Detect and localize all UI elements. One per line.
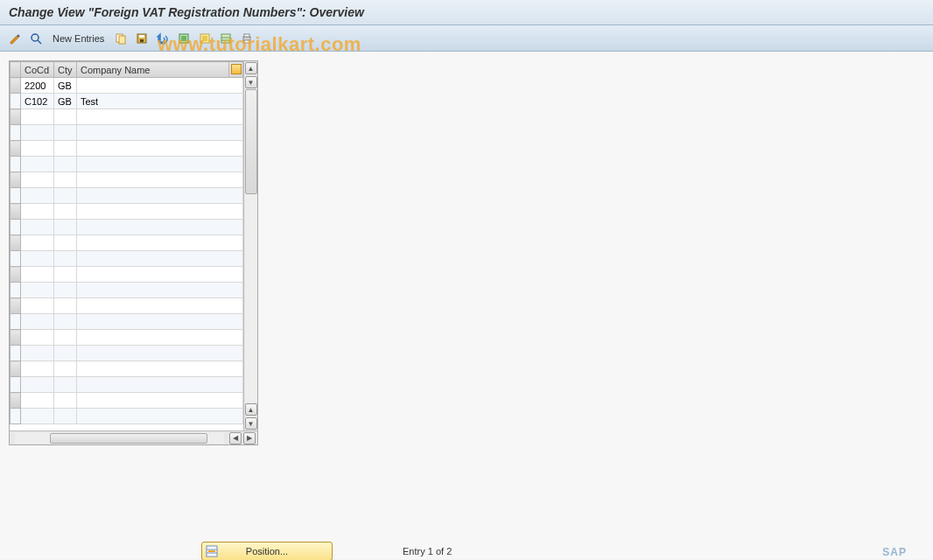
- table-row[interactable]: [11, 141, 243, 157]
- table-row[interactable]: 2200GB: [11, 78, 243, 94]
- row-selector[interactable]: [11, 361, 21, 377]
- col-header-company-name[interactable]: Company Name: [77, 62, 229, 78]
- vertical-scrollbar[interactable]: ▲ ▼ ▲ ▼: [243, 61, 257, 430]
- cell-cocd[interactable]: [21, 361, 54, 377]
- col-header-cocd[interactable]: CoCd: [21, 62, 54, 78]
- table-row[interactable]: [11, 188, 243, 204]
- change-icon[interactable]: [7, 31, 23, 46]
- cell-company-name[interactable]: [77, 393, 243, 409]
- cell-cocd[interactable]: [21, 409, 54, 424]
- scroll-up-icon[interactable]: ▲: [245, 62, 257, 74]
- row-selector[interactable]: [11, 94, 21, 109]
- cell-cocd[interactable]: 2200: [21, 78, 54, 94]
- cell-company-name[interactable]: [77, 235, 243, 251]
- row-selector[interactable]: [11, 220, 21, 235]
- table-settings-icon[interactable]: [218, 31, 234, 46]
- row-selector[interactable]: [11, 141, 21, 157]
- row-selector[interactable]: [11, 172, 21, 188]
- cell-cty[interactable]: [54, 361, 77, 377]
- cell-cty[interactable]: [54, 314, 77, 330]
- cell-cocd[interactable]: [21, 393, 54, 409]
- cell-cocd[interactable]: [21, 298, 54, 314]
- cell-cocd[interactable]: C102: [21, 94, 54, 109]
- cell-cty[interactable]: [54, 409, 77, 424]
- undo-icon[interactable]: [155, 31, 171, 46]
- cell-cty[interactable]: [54, 109, 77, 125]
- table-row[interactable]: [11, 346, 243, 361]
- table-row[interactable]: [11, 283, 243, 298]
- cell-cocd[interactable]: [21, 188, 54, 204]
- table-row[interactable]: [11, 409, 243, 424]
- col-header-cty[interactable]: Cty: [54, 62, 77, 78]
- cell-cty[interactable]: [54, 141, 77, 157]
- cell-cocd[interactable]: [21, 330, 54, 346]
- row-selector[interactable]: [11, 267, 21, 283]
- cell-company-name[interactable]: [77, 409, 243, 424]
- cell-cty[interactable]: [54, 235, 77, 251]
- cell-cty[interactable]: [54, 267, 77, 283]
- row-selector-header[interactable]: [11, 62, 21, 78]
- cell-cocd[interactable]: [21, 220, 54, 235]
- cell-company-name[interactable]: [77, 125, 243, 141]
- cell-cty[interactable]: [54, 377, 77, 393]
- row-selector[interactable]: [11, 283, 21, 298]
- save-icon[interactable]: [134, 31, 150, 46]
- row-selector[interactable]: [11, 109, 21, 125]
- table-row[interactable]: [11, 361, 243, 377]
- table-row[interactable]: [11, 235, 243, 251]
- cell-cocd[interactable]: [21, 267, 54, 283]
- cell-company-name[interactable]: [77, 298, 243, 314]
- cell-cty[interactable]: [54, 298, 77, 314]
- cell-company-name[interactable]: [77, 109, 243, 125]
- cell-company-name[interactable]: Test: [77, 94, 243, 109]
- scroll-track[interactable]: [245, 89, 257, 402]
- cell-cty[interactable]: [54, 283, 77, 298]
- scroll-left-icon[interactable]: ◀: [229, 432, 242, 444]
- cell-cocd[interactable]: [21, 346, 54, 361]
- cell-cocd[interactable]: [21, 109, 54, 125]
- cell-cty[interactable]: [54, 330, 77, 346]
- row-selector[interactable]: [11, 346, 21, 361]
- select-all-icon[interactable]: [176, 31, 192, 46]
- cell-cocd[interactable]: [21, 141, 54, 157]
- scroll-right-icon[interactable]: ▶: [243, 432, 256, 444]
- deselect-all-icon[interactable]: [197, 31, 213, 46]
- cell-company-name[interactable]: [77, 172, 243, 188]
- table-row[interactable]: [11, 251, 243, 267]
- cell-cty[interactable]: [54, 157, 77, 172]
- table-row[interactable]: [11, 204, 243, 220]
- cell-company-name[interactable]: [77, 314, 243, 330]
- scroll-up2-icon[interactable]: ▲: [245, 403, 257, 416]
- cell-company-name[interactable]: [77, 330, 243, 346]
- cell-company-name[interactable]: [77, 377, 243, 393]
- row-selector[interactable]: [11, 204, 21, 220]
- cell-company-name[interactable]: [77, 78, 243, 94]
- cell-cocd[interactable]: [21, 157, 54, 172]
- table-row[interactable]: [11, 109, 243, 125]
- horizontal-scrollbar[interactable]: ◀ ▶: [10, 430, 257, 444]
- table-row[interactable]: [11, 314, 243, 330]
- cell-cty[interactable]: [54, 220, 77, 235]
- cell-company-name[interactable]: [77, 157, 243, 172]
- row-selector[interactable]: [11, 188, 21, 204]
- cell-company-name[interactable]: [77, 188, 243, 204]
- cell-cocd[interactable]: [21, 172, 54, 188]
- table-row[interactable]: [11, 220, 243, 235]
- position-button[interactable]: Position...: [201, 542, 333, 560]
- cell-cty[interactable]: [54, 188, 77, 204]
- cell-company-name[interactable]: [77, 141, 243, 157]
- hscroll-thumb[interactable]: [50, 433, 207, 444]
- cell-cty[interactable]: GB: [54, 78, 77, 94]
- cell-cocd[interactable]: [21, 125, 54, 141]
- row-selector[interactable]: [11, 251, 21, 267]
- row-selector[interactable]: [11, 235, 21, 251]
- row-selector[interactable]: [11, 409, 21, 424]
- row-selector[interactable]: [11, 377, 21, 393]
- scroll-thumb[interactable]: [245, 89, 257, 194]
- scroll-down-icon[interactable]: ▼: [245, 76, 257, 88]
- cell-company-name[interactable]: [77, 361, 243, 377]
- table-row[interactable]: [11, 172, 243, 188]
- row-selector[interactable]: [11, 393, 21, 409]
- row-selector[interactable]: [11, 125, 21, 141]
- cell-company-name[interactable]: [77, 220, 243, 235]
